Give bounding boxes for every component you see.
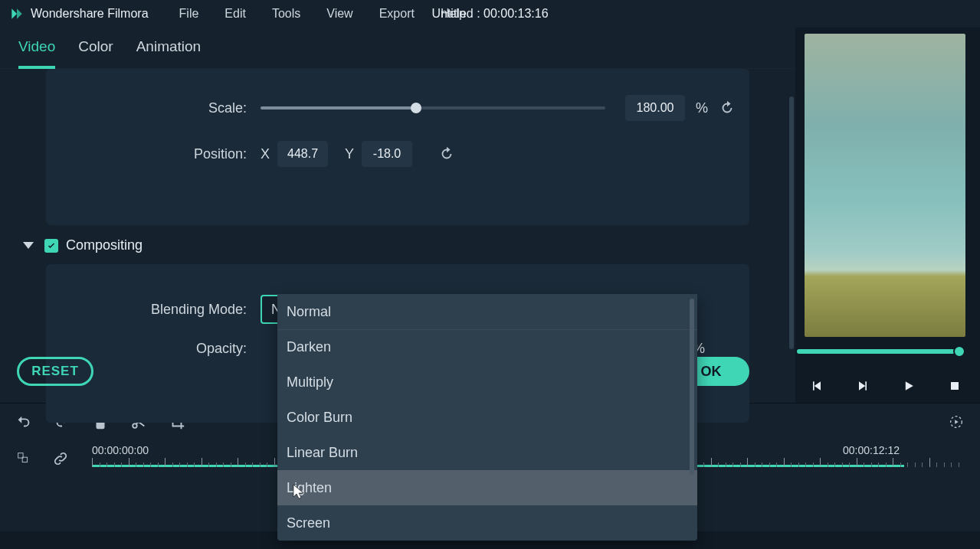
render-icon[interactable] [948,413,965,430]
svg-rect-0 [951,382,959,390]
app-name: Wondershare Filmora [31,7,149,21]
scale-value-field[interactable]: 180.00 [625,95,685,121]
title-bar: Wondershare Filmora File Edit Tools View… [0,0,980,28]
transform-section: Scale: 180.00 % Position: X 448.7 Y -18.… [46,69,749,225]
menu-view[interactable]: View [326,7,352,21]
position-x-label: X [261,146,270,162]
position-y-field[interactable]: -18.0 [362,141,412,167]
menu-edit[interactable]: Edit [225,7,246,21]
menu-tools[interactable]: Tools [272,7,300,21]
inspector-tabs: Video Color Animation [0,28,795,69]
blending-mode-label: Blending Mode: [46,302,261,318]
position-y-label: Y [345,146,354,162]
tab-animation[interactable]: Animation [136,38,202,66]
blend-option-linear-burn[interactable]: Linear Burn [277,435,697,470]
compositing-section-header: Compositing [0,225,795,264]
preview-transport [809,378,962,394]
tab-video[interactable]: Video [18,38,55,69]
tab-color[interactable]: Color [78,38,113,66]
reset-position-icon[interactable] [438,145,455,162]
document-title: Untitled : 00:00:13:16 [431,7,548,21]
next-frame-icon[interactable] [855,378,870,394]
opacity-label: Opacity: [46,341,261,357]
menu-file[interactable]: File [179,7,199,21]
blend-option-normal[interactable]: Normal [277,294,697,329]
compositing-title: Compositing [66,237,143,253]
disclosure-triangle-icon[interactable] [23,242,34,249]
inspector-panel: Video Color Animation Scale: 180.00 % [0,28,795,403]
blend-option-lighten[interactable]: Lighten [277,470,697,505]
timecode-2: 00:00:12:12 [843,444,900,456]
compositing-checkbox[interactable] [44,239,58,253]
blend-option-multiply[interactable]: Multiply [277,364,697,400]
blend-option-darken[interactable]: Darken [277,329,697,364]
app-logo-icon [9,6,25,21]
reset-button[interactable]: RESET [17,357,93,386]
play-icon[interactable] [901,378,916,394]
main-menu: File Edit Tools View Export Help [179,7,466,21]
reset-scale-icon[interactable] [719,100,736,116]
scale-slider[interactable] [261,106,605,109]
preview-panel [795,28,980,403]
preview-viewport[interactable] [805,34,965,337]
scale-label: Scale: [46,100,261,116]
position-label: Position: [46,146,261,162]
panel-scrollbar[interactable] [789,96,794,349]
preview-scrubber[interactable] [797,349,962,354]
timecode-0: 00:00:00:00 [92,444,149,456]
scale-percent-label: % [696,100,708,116]
prev-frame-icon[interactable] [809,378,824,394]
link-icon[interactable] [52,450,69,467]
position-x-field[interactable]: 448.7 [277,141,328,167]
blend-option-color-burn[interactable]: Color Burn [277,400,697,435]
marker-icon[interactable] [15,450,32,467]
dropdown-scrollbar[interactable] [690,299,694,475]
blend-option-screen[interactable]: Screen [277,505,697,541]
menu-export[interactable]: Export [379,7,415,21]
stop-icon[interactable] [947,378,962,394]
blending-mode-dropdown: Normal Darken Multiply Color Burn Linear… [277,294,697,541]
